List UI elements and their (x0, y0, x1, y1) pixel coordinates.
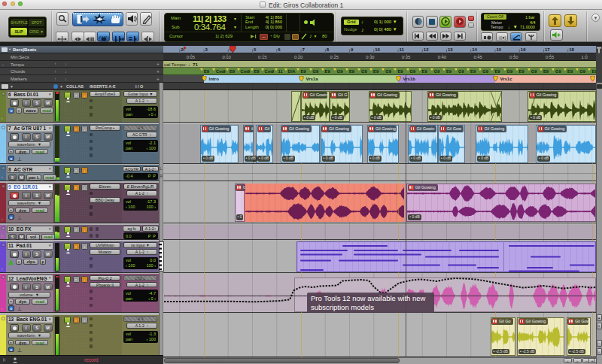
svg-text:((●)): ((●)) (499, 35, 506, 40)
